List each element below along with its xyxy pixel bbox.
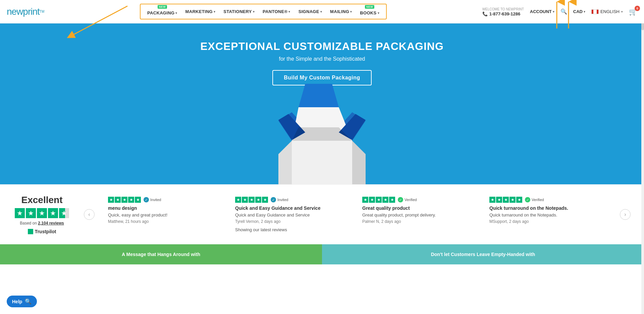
r-star — [115, 197, 121, 203]
trustpilot-logo: Trustpilot — [13, 229, 70, 234]
hero-title: EXCEPTIONAL CUSTOMIZABLE PACKAGING — [200, 40, 444, 53]
review-stars — [362, 197, 395, 203]
chevron-down-icon: ▾ — [584, 10, 585, 13]
nav-item-stationery[interactable]: STATIONERY ▾ — [220, 7, 258, 16]
excellent-label: Excellent — [13, 195, 70, 205]
nav-label-marketing: MARKETING — [185, 9, 213, 14]
star-1 — [15, 208, 25, 218]
star-5-half — [59, 208, 69, 218]
r-star — [509, 197, 516, 203]
nav-label-stationery: STATIONERY — [223, 9, 252, 14]
review-badge: ✓ Verified — [525, 197, 544, 202]
banner-right[interactable]: Don't let Customers Leave Empty-Handed w… — [322, 244, 644, 264]
review-text: Quick and Easy Guidance and Service — [235, 212, 352, 217]
r-star — [516, 197, 522, 203]
svg-marker-5 — [278, 141, 292, 184]
nav-item-signage[interactable]: SIGNAGE ▾ — [295, 7, 325, 16]
review-stars-row: ✓ Verified — [489, 197, 606, 203]
logo[interactable]: newprintTM — [7, 6, 44, 17]
r-star — [128, 197, 134, 203]
reviews-section: Excellent Based on 2,104 reviews Trustpi… — [0, 184, 644, 244]
r-star — [362, 197, 368, 203]
review-text: Great quality product, prompt delivery. — [362, 212, 479, 217]
review-text: Quick turnaround on the Notepads. — [489, 212, 606, 217]
r-star — [496, 197, 502, 203]
nav-item-marketing[interactable]: MARKETING ▾ — [182, 7, 219, 16]
r-star — [108, 197, 114, 203]
svg-rect-4 — [292, 141, 352, 184]
phone-icon: 📞 — [482, 11, 488, 16]
language-selector[interactable]: ENGLISH ▾ — [591, 9, 623, 14]
nav-item-packaging[interactable]: NEW PACKAGING ▾ — [144, 6, 181, 17]
hero-subtitle: for the Simple and the Sophisticated — [279, 56, 365, 62]
trustpilot-label: Trustpilot — [35, 229, 56, 234]
currency-selector[interactable]: CAD ▾ — [573, 9, 585, 14]
r-star — [235, 197, 241, 203]
reviews-next-button[interactable]: › — [620, 209, 631, 220]
search-button[interactable]: 🔍 — [560, 8, 567, 15]
nav-item-books[interactable]: NEW BOOKS ▾ — [357, 6, 382, 17]
reviews-prev-button[interactable]: ‹ — [84, 209, 95, 220]
checkmark-icon: ✓ — [144, 197, 149, 202]
phone-number[interactable]: 📞 1-877-639-1286 — [482, 11, 524, 16]
svg-marker-11 — [299, 84, 339, 107]
review-author: MSupport, 2 days ago — [489, 219, 606, 224]
review-stars — [235, 197, 268, 203]
logo-tm: TM — [40, 10, 44, 13]
review-card: ✓ Verified Great quality product Great q… — [362, 197, 479, 232]
checkmark-icon: ✓ — [271, 197, 276, 202]
r-star — [389, 197, 395, 203]
r-star — [242, 197, 248, 203]
based-on-text: Based on 2,104 reviews — [13, 221, 70, 226]
showing-reviews-label: Showing our latest reviews — [235, 227, 352, 232]
overall-rating: Excellent Based on 2,104 reviews Trustpi… — [13, 195, 70, 234]
review-count-link[interactable]: 2,104 reviews — [38, 221, 64, 226]
welcome-text: WELCOME TO NEWPRINT — [482, 7, 524, 11]
chevron-down-icon: ▾ — [253, 10, 255, 13]
r-star — [369, 197, 375, 203]
chevron-down-icon: ▾ — [320, 10, 322, 13]
chevron-down-icon: ▾ — [378, 11, 379, 15]
review-author: Palmer N, 2 days ago — [362, 219, 479, 224]
review-title: Quick and Easy Guidance and Service — [235, 205, 352, 211]
r-star — [249, 197, 255, 203]
checkmark-icon: ✓ — [525, 197, 530, 202]
review-stars — [108, 197, 141, 203]
hero-section: EXCEPTIONAL CUSTOMIZABLE PACKAGING for t… — [0, 23, 644, 184]
logo-text: newprint — [7, 6, 40, 17]
review-badge: ✓ Verified — [398, 197, 417, 202]
review-stars-row: ✓ Verified — [362, 197, 479, 203]
r-star — [135, 197, 141, 203]
cart-button[interactable]: 🛒 0 — [629, 8, 637, 16]
nav-item-pantone[interactable]: PANTONE® ▾ — [259, 7, 294, 16]
review-text: Quick, easy and great product! — [108, 212, 225, 217]
banner-left[interactable]: A Message that Hangs Around with — [0, 244, 322, 264]
chevron-down-icon: ▾ — [288, 10, 290, 13]
star-2 — [26, 208, 36, 218]
review-badge: ✓ Invited — [144, 197, 161, 202]
main-nav: NEW PACKAGING ▾ MARKETING ▾ STATIONERY ▾… — [140, 4, 387, 19]
review-stars — [489, 197, 522, 203]
nav-label-mailing: MAILING — [330, 9, 349, 14]
review-stars-row: ✓ Invited — [235, 197, 352, 203]
header: newprintTM NEW PACKAGING ▾ MARKETING ▾ S… — [0, 0, 644, 23]
svg-marker-6 — [352, 141, 366, 184]
new-badge: NEW — [158, 5, 167, 9]
chevron-down-icon: ▾ — [214, 10, 215, 13]
star-3 — [37, 208, 47, 218]
review-title: menu design — [108, 205, 225, 211]
account-button[interactable]: ACCOUNT ▾ — [530, 9, 554, 14]
r-star — [262, 197, 268, 203]
r-star — [503, 197, 509, 203]
reviews-cards-container: ✓ Invited menu design Quick, easy and gr… — [108, 197, 606, 232]
nav-label-books: BOOKS — [360, 10, 376, 15]
nav-item-mailing[interactable]: MAILING ▾ — [327, 7, 355, 16]
review-stars-row: ✓ Invited — [108, 197, 225, 203]
review-author: Tyrell Vernon, 2 days ago — [235, 219, 352, 224]
review-author: Matthew, 21 hours ago — [108, 219, 225, 224]
review-badge: ✓ Invited — [271, 197, 288, 202]
checkmark-icon: ✓ — [398, 197, 403, 202]
chevron-down-icon: ▾ — [175, 11, 177, 15]
star-4 — [48, 208, 58, 218]
canada-flag-icon — [591, 9, 599, 14]
